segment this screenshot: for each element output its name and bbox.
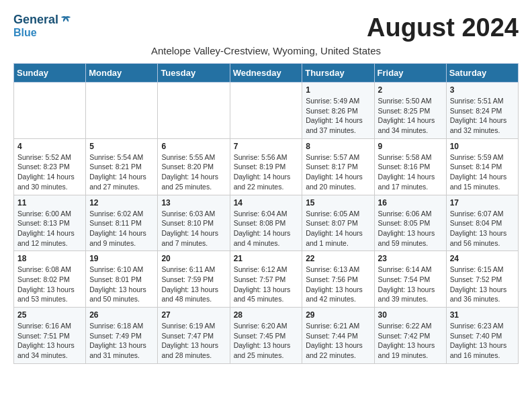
calendar-cell: 30Sunrise: 6:22 AMSunset: 7:42 PMDayligh…	[374, 308, 446, 364]
day-number: 27	[161, 310, 226, 320]
calendar-table: SundayMondayTuesdayWednesdayThursdayFrid…	[13, 63, 519, 364]
day-number: 28	[234, 310, 299, 320]
col-header-wednesday: Wednesday	[230, 64, 302, 83]
col-header-monday: Monday	[86, 64, 158, 83]
day-number: 22	[306, 254, 370, 263]
day-info: Sunrise: 6:10 AMSunset: 8:01 PMDaylight:…	[89, 265, 154, 304]
calendar-cell: 29Sunrise: 6:21 AMSunset: 7:44 PMDayligh…	[302, 308, 374, 364]
col-header-thursday: Thursday	[302, 64, 374, 83]
col-header-sunday: Sunday	[14, 64, 86, 83]
calendar-cell	[86, 83, 158, 139]
day-info: Sunrise: 6:20 AMSunset: 7:45 PMDaylight:…	[234, 321, 299, 361]
day-info: Sunrise: 6:06 AMSunset: 8:05 PMDaylight:…	[378, 209, 443, 248]
calendar-cell	[230, 83, 302, 139]
calendar-cell: 25Sunrise: 6:16 AMSunset: 7:51 PMDayligh…	[14, 308, 86, 364]
logo: General Blue	[13, 13, 72, 38]
day-number: 30	[378, 310, 443, 320]
day-info: Sunrise: 5:49 AMSunset: 8:26 PMDaylight:…	[306, 96, 370, 136]
day-number: 21	[234, 254, 299, 263]
day-number: 24	[450, 254, 515, 263]
calendar-cell: 14Sunrise: 6:04 AMSunset: 8:08 PMDayligh…	[230, 195, 302, 251]
calendar-cell: 12Sunrise: 6:02 AMSunset: 8:11 PMDayligh…	[86, 195, 158, 251]
day-info: Sunrise: 6:03 AMSunset: 8:10 PMDaylight:…	[161, 209, 226, 248]
day-number: 18	[17, 254, 82, 263]
day-info: Sunrise: 6:14 AMSunset: 7:54 PMDaylight:…	[378, 265, 443, 304]
day-number: 1	[306, 85, 370, 95]
day-number: 23	[378, 254, 443, 263]
calendar-cell: 23Sunrise: 6:14 AMSunset: 7:54 PMDayligh…	[374, 251, 446, 308]
day-info: Sunrise: 6:12 AMSunset: 7:57 PMDaylight:…	[234, 265, 299, 304]
calendar-cell: 28Sunrise: 6:20 AMSunset: 7:45 PMDayligh…	[230, 308, 302, 364]
day-number: 13	[161, 198, 226, 208]
day-number: 2	[378, 85, 443, 95]
day-info: Sunrise: 5:54 AMSunset: 8:21 PMDaylight:…	[89, 152, 154, 192]
calendar-cell: 8Sunrise: 5:57 AMSunset: 8:17 PMDaylight…	[302, 138, 374, 195]
day-number: 17	[450, 198, 515, 208]
calendar-cell	[158, 83, 230, 139]
calendar-cell: 11Sunrise: 6:00 AMSunset: 8:13 PMDayligh…	[14, 195, 86, 251]
day-info: Sunrise: 5:55 AMSunset: 8:20 PMDaylight:…	[161, 152, 226, 192]
logo-bird-icon	[60, 14, 72, 26]
day-info: Sunrise: 6:15 AMSunset: 7:52 PMDaylight:…	[450, 265, 515, 304]
day-info: Sunrise: 5:57 AMSunset: 8:17 PMDaylight:…	[306, 152, 370, 192]
calendar-cell: 18Sunrise: 6:08 AMSunset: 8:02 PMDayligh…	[14, 251, 86, 308]
calendar-cell: 2Sunrise: 5:50 AMSunset: 8:25 PMDaylight…	[374, 83, 446, 139]
day-info: Sunrise: 5:59 AMSunset: 8:14 PMDaylight:…	[450, 152, 515, 192]
calendar-cell: 17Sunrise: 6:07 AMSunset: 8:04 PMDayligh…	[446, 195, 518, 251]
day-number: 7	[234, 142, 299, 151]
month-title: August 2024	[367, 13, 519, 42]
col-header-saturday: Saturday	[446, 64, 518, 83]
calendar-cell: 21Sunrise: 6:12 AMSunset: 7:57 PMDayligh…	[230, 251, 302, 308]
day-number: 15	[306, 198, 370, 208]
day-info: Sunrise: 5:56 AMSunset: 8:19 PMDaylight:…	[234, 152, 299, 192]
calendar-cell: 31Sunrise: 6:23 AMSunset: 7:40 PMDayligh…	[446, 308, 518, 364]
day-info: Sunrise: 5:50 AMSunset: 8:25 PMDaylight:…	[378, 96, 443, 136]
calendar-cell: 3Sunrise: 5:51 AMSunset: 8:24 PMDaylight…	[446, 83, 518, 139]
day-info: Sunrise: 6:11 AMSunset: 7:59 PMDaylight:…	[161, 265, 226, 304]
calendar-cell: 9Sunrise: 5:58 AMSunset: 8:16 PMDaylight…	[374, 138, 446, 195]
day-number: 16	[378, 198, 443, 208]
day-number: 19	[89, 254, 154, 263]
calendar-cell: 26Sunrise: 6:18 AMSunset: 7:49 PMDayligh…	[86, 308, 158, 364]
day-number: 20	[161, 254, 226, 263]
calendar-cell	[14, 83, 86, 139]
day-number: 31	[450, 310, 515, 320]
day-info: Sunrise: 6:16 AMSunset: 7:51 PMDaylight:…	[17, 321, 82, 361]
calendar-cell: 4Sunrise: 5:52 AMSunset: 8:23 PMDaylight…	[14, 138, 86, 195]
calendar-cell: 5Sunrise: 5:54 AMSunset: 8:21 PMDaylight…	[86, 138, 158, 195]
calendar-cell: 22Sunrise: 6:13 AMSunset: 7:56 PMDayligh…	[302, 251, 374, 308]
day-number: 25	[17, 310, 82, 320]
day-info: Sunrise: 5:51 AMSunset: 8:24 PMDaylight:…	[450, 96, 515, 136]
day-info: Sunrise: 6:18 AMSunset: 7:49 PMDaylight:…	[89, 321, 154, 361]
day-info: Sunrise: 6:22 AMSunset: 7:42 PMDaylight:…	[378, 321, 443, 361]
calendar-cell: 15Sunrise: 6:05 AMSunset: 8:07 PMDayligh…	[302, 195, 374, 251]
calendar-subtitle: Antelope Valley-Crestview, Wyoming, Unit…	[13, 45, 519, 56]
day-number: 9	[378, 142, 443, 151]
day-number: 4	[17, 142, 82, 151]
day-info: Sunrise: 6:05 AMSunset: 8:07 PMDaylight:…	[306, 209, 370, 248]
day-info: Sunrise: 6:23 AMSunset: 7:40 PMDaylight:…	[450, 321, 515, 361]
day-number: 5	[89, 142, 154, 151]
col-header-friday: Friday	[374, 64, 446, 83]
day-number: 12	[89, 198, 154, 208]
day-number: 26	[89, 310, 154, 320]
day-info: Sunrise: 6:00 AMSunset: 8:13 PMDaylight:…	[17, 209, 82, 248]
calendar-cell: 7Sunrise: 5:56 AMSunset: 8:19 PMDaylight…	[230, 138, 302, 195]
logo-line2: Blue	[13, 27, 72, 39]
calendar-cell: 1Sunrise: 5:49 AMSunset: 8:26 PMDaylight…	[302, 83, 374, 139]
day-number: 11	[17, 198, 82, 208]
calendar-cell: 27Sunrise: 6:19 AMSunset: 7:47 PMDayligh…	[158, 308, 230, 364]
day-info: Sunrise: 6:13 AMSunset: 7:56 PMDaylight:…	[306, 265, 370, 304]
day-info: Sunrise: 6:19 AMSunset: 7:47 PMDaylight:…	[161, 321, 226, 361]
day-info: Sunrise: 5:58 AMSunset: 8:16 PMDaylight:…	[378, 152, 443, 192]
day-info: Sunrise: 6:04 AMSunset: 8:08 PMDaylight:…	[234, 209, 299, 248]
logo-line1: General	[13, 13, 58, 27]
calendar-cell: 16Sunrise: 6:06 AMSunset: 8:05 PMDayligh…	[374, 195, 446, 251]
col-header-tuesday: Tuesday	[158, 64, 230, 83]
day-number: 6	[161, 142, 226, 151]
day-info: Sunrise: 6:21 AMSunset: 7:44 PMDaylight:…	[306, 321, 370, 361]
calendar-cell: 20Sunrise: 6:11 AMSunset: 7:59 PMDayligh…	[158, 251, 230, 308]
day-number: 10	[450, 142, 515, 151]
calendar-cell: 24Sunrise: 6:15 AMSunset: 7:52 PMDayligh…	[446, 251, 518, 308]
day-number: 14	[234, 198, 299, 208]
